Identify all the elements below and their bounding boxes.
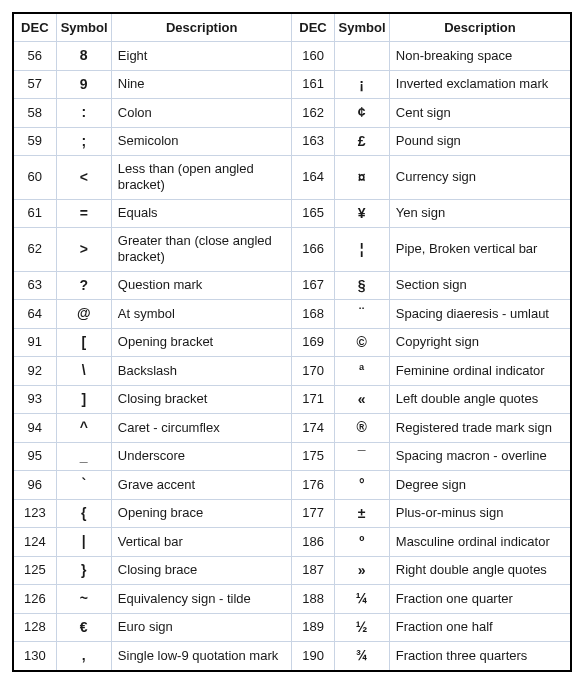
- cell-symbol-right: ª: [334, 357, 389, 386]
- cell-symbol-left: €: [56, 613, 111, 642]
- cell-dec-right: 167: [292, 271, 334, 300]
- cell-dec-left: 91: [14, 328, 56, 357]
- cell-description-right: Pound sign: [389, 127, 570, 156]
- cell-symbol-left: ;: [56, 127, 111, 156]
- cell-description-right: Fraction one half: [389, 613, 570, 642]
- cell-description-left: Caret - circumflex: [111, 414, 292, 443]
- table-row: 96`Grave accent176°Degree sign: [14, 471, 570, 500]
- cell-dec-left: 64: [14, 300, 56, 329]
- cell-description-right: Fraction one quarter: [389, 585, 570, 614]
- cell-description-left: Grave accent: [111, 471, 292, 500]
- cell-dec-left: 58: [14, 99, 56, 128]
- table-row: 579Nine161¡Inverted exclamation mark: [14, 70, 570, 99]
- cell-description-right: Right double angle quotes: [389, 556, 570, 585]
- cell-description-right: Degree sign: [389, 471, 570, 500]
- table-row: 91[Opening bracket169©Copyright sign: [14, 328, 570, 357]
- cell-dec-right: 177: [292, 499, 334, 528]
- table-row: 62>Greater than (close angled bracket)16…: [14, 228, 570, 272]
- cell-description-left: Euro sign: [111, 613, 292, 642]
- cell-description-right: Non-breaking space: [389, 42, 570, 71]
- header-dec-right: DEC: [292, 14, 334, 42]
- cell-symbol-left: `: [56, 471, 111, 500]
- cell-symbol-left: @: [56, 300, 111, 329]
- table-row: 124|Vertical bar186ºMasculine ordinal in…: [14, 528, 570, 557]
- header-desc-left: Description: [111, 14, 292, 42]
- cell-description-right: Spacing diaeresis - umlaut: [389, 300, 570, 329]
- table-row: 60<Less than (open angled bracket)164¤Cu…: [14, 156, 570, 200]
- ascii-table-container: DEC Symbol Description DEC Symbol Descri…: [12, 12, 572, 672]
- cell-description-left: Greater than (close angled bracket): [111, 228, 292, 272]
- cell-symbol-right: »: [334, 556, 389, 585]
- table-row: 130‚Single low-9 quotation mark190¾Fract…: [14, 642, 570, 670]
- cell-symbol-left: :: [56, 99, 111, 128]
- cell-dec-right: 175: [292, 442, 334, 471]
- cell-symbol-right: ®: [334, 414, 389, 443]
- cell-description-left: Semicolon: [111, 127, 292, 156]
- cell-description-left: Closing bracket: [111, 385, 292, 414]
- cell-dec-right: 171: [292, 385, 334, 414]
- cell-symbol-left: [: [56, 328, 111, 357]
- cell-dec-left: 61: [14, 199, 56, 228]
- cell-symbol-left: \: [56, 357, 111, 386]
- table-row: 128€Euro sign189½Fraction one half: [14, 613, 570, 642]
- cell-symbol-right: ¼: [334, 585, 389, 614]
- cell-symbol-right: [334, 42, 389, 71]
- cell-dec-left: 63: [14, 271, 56, 300]
- cell-symbol-left: }: [56, 556, 111, 585]
- cell-description-left: Single low-9 quotation mark: [111, 642, 292, 670]
- table-row: 59;Semicolon163£Pound sign: [14, 127, 570, 156]
- cell-dec-right: 169: [292, 328, 334, 357]
- table-row: 58:Colon162¢Cent sign: [14, 99, 570, 128]
- cell-description-right: Currency sign: [389, 156, 570, 200]
- cell-description-left: Equivalency sign - tilde: [111, 585, 292, 614]
- table-row: 126~Equivalency sign - tilde188¼Fraction…: [14, 585, 570, 614]
- cell-symbol-right: ¦: [334, 228, 389, 272]
- cell-dec-left: 96: [14, 471, 56, 500]
- cell-symbol-left: <: [56, 156, 111, 200]
- cell-dec-right: 190: [292, 642, 334, 670]
- cell-dec-right: 162: [292, 99, 334, 128]
- cell-dec-right: 187: [292, 556, 334, 585]
- cell-dec-right: 163: [292, 127, 334, 156]
- cell-dec-right: 166: [292, 228, 334, 272]
- header-desc-right: Description: [389, 14, 570, 42]
- table-row: 64@At symbol168¨Spacing diaeresis - umla…: [14, 300, 570, 329]
- cell-description-left: Vertical bar: [111, 528, 292, 557]
- cell-dec-right: 170: [292, 357, 334, 386]
- cell-symbol-left: ?: [56, 271, 111, 300]
- cell-description-left: Nine: [111, 70, 292, 99]
- table-row: 568Eight160Non-breaking space: [14, 42, 570, 71]
- cell-dec-right: 188: [292, 585, 334, 614]
- cell-description-right: Section sign: [389, 271, 570, 300]
- cell-description-left: Closing brace: [111, 556, 292, 585]
- cell-dec-left: 124: [14, 528, 56, 557]
- cell-description-left: At symbol: [111, 300, 292, 329]
- cell-symbol-left: 8: [56, 42, 111, 71]
- cell-description-right: Yen sign: [389, 199, 570, 228]
- cell-dec-right: 186: [292, 528, 334, 557]
- cell-description-left: Opening bracket: [111, 328, 292, 357]
- table-row: 61=Equals165¥Yen sign: [14, 199, 570, 228]
- cell-symbol-left: 9: [56, 70, 111, 99]
- cell-dec-left: 57: [14, 70, 56, 99]
- cell-description-right: Cent sign: [389, 99, 570, 128]
- cell-symbol-left: ]: [56, 385, 111, 414]
- cell-symbol-right: °: [334, 471, 389, 500]
- cell-symbol-left: ^: [56, 414, 111, 443]
- cell-dec-right: 176: [292, 471, 334, 500]
- cell-dec-right: 189: [292, 613, 334, 642]
- cell-description-left: Question mark: [111, 271, 292, 300]
- cell-description-right: Plus-or-minus sign: [389, 499, 570, 528]
- cell-dec-left: 92: [14, 357, 56, 386]
- cell-dec-left: 123: [14, 499, 56, 528]
- cell-description-right: Left double angle quotes: [389, 385, 570, 414]
- cell-symbol-right: ¯: [334, 442, 389, 471]
- cell-description-left: Colon: [111, 99, 292, 128]
- cell-description-left: Backslash: [111, 357, 292, 386]
- cell-dec-right: 168: [292, 300, 334, 329]
- table-row: 95_Underscore175¯Spacing macron - overli…: [14, 442, 570, 471]
- cell-symbol-left: ‚: [56, 642, 111, 670]
- cell-dec-left: 56: [14, 42, 56, 71]
- cell-description-left: Opening brace: [111, 499, 292, 528]
- cell-symbol-right: º: [334, 528, 389, 557]
